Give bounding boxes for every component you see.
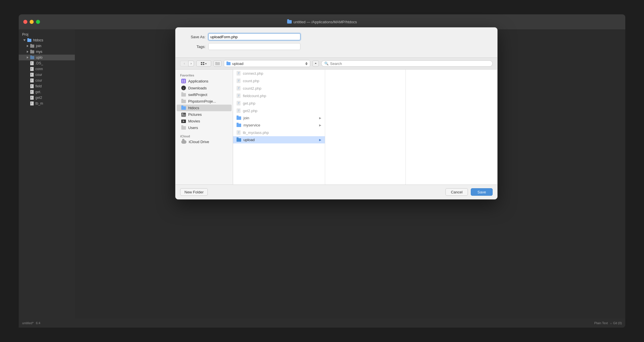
file-icon	[30, 90, 34, 94]
file-row-count[interactable]: count.php	[233, 77, 325, 84]
close-button[interactable]	[23, 20, 27, 24]
file-row-get2[interactable]: get2.php	[233, 107, 325, 114]
icloud-drive-label: iCloud Drive	[189, 140, 209, 144]
svg-rect-4	[182, 80, 183, 81]
file-icon	[30, 96, 34, 100]
sidebar-item-downloads[interactable]: Downloads	[177, 84, 232, 91]
column-2-empty	[325, 70, 405, 185]
php-file-icon	[237, 93, 241, 98]
swiftproject-label: swiftProject	[188, 93, 207, 97]
location-text: upload	[232, 62, 304, 66]
save-as-input[interactable]	[208, 33, 300, 40]
phpstorm-folder-icon	[181, 100, 186, 103]
sidebar-item-pictures[interactable]: Pictures	[177, 111, 232, 118]
tags-row: Tags:	[182, 43, 490, 50]
php-file-icon	[237, 71, 241, 76]
svg-rect-0	[201, 62, 202, 63]
filename: get.php	[243, 101, 255, 105]
sidebar-item-users[interactable]: Users	[177, 124, 232, 131]
tags-label: Tags:	[182, 45, 205, 49]
save-dialog: Save As: Tags: ‹ ›	[175, 27, 498, 199]
traffic-lights	[23, 20, 40, 24]
file-icon	[30, 101, 34, 105]
minimize-button[interactable]	[30, 20, 34, 24]
file-row-connect[interactable]: connect.php	[233, 70, 325, 77]
sidebar-item-swiftproject[interactable]: swiftProject	[177, 91, 232, 98]
location-selector[interactable]: upload	[224, 60, 310, 67]
file-row-upload[interactable]: upload ▶	[233, 136, 325, 143]
triangle-right-icon	[27, 56, 28, 59]
view-toggle-button[interactable]: ▾	[196, 60, 211, 67]
phpstorm-label: PhpstormProje...	[188, 99, 216, 103]
filename: upload	[243, 138, 255, 142]
sidebar-item-applications[interactable]: Applications	[177, 78, 232, 84]
file-row-get[interactable]: get.php	[233, 99, 325, 107]
file-row-count2[interactable]: count2.php	[233, 84, 325, 92]
back-button[interactable]: ‹	[180, 61, 188, 66]
file-row-join[interactable]: join ▶	[233, 114, 325, 122]
php-file-icon	[237, 130, 241, 135]
tags-input[interactable]	[208, 43, 300, 50]
chevron-up-icon	[305, 62, 308, 64]
file-icon	[30, 73, 34, 77]
footer-buttons: Cancel Save	[445, 188, 493, 196]
sidebar-item-htdocs[interactable]: htdocs	[177, 105, 232, 111]
folder-icon	[30, 50, 34, 53]
new-folder-button[interactable]: New Folder	[180, 188, 208, 196]
filename: get2.php	[243, 109, 258, 113]
file-row-tbmyclass[interactable]: tb_myclass.php	[233, 129, 325, 136]
file-icon	[30, 61, 34, 65]
triangle-down-icon	[23, 39, 26, 41]
svg-rect-7	[184, 81, 185, 82]
search-icon: 🔍	[324, 62, 329, 66]
filename: fieldcount.php	[243, 94, 266, 98]
sidebar-item-phpstorm[interactable]: PhpstormProje...	[177, 98, 232, 105]
file-row-myservice[interactable]: myservice ▶	[233, 122, 325, 129]
dialog-header: Save As: Tags:	[176, 28, 497, 57]
new-folder-toolbar-button[interactable]	[214, 60, 222, 67]
downloads-icon	[181, 86, 186, 90]
filename: tb_myclass.php	[243, 130, 269, 135]
file-icon	[30, 78, 34, 82]
location-folder-icon	[226, 62, 230, 65]
sidebar-item-icloud-drive[interactable]: iCloud Drive	[177, 139, 232, 145]
apps-grid-icon	[182, 80, 185, 82]
filename: join	[243, 116, 249, 120]
movies-icon	[181, 120, 186, 123]
filename: count.php	[243, 79, 259, 83]
file-icon	[30, 84, 34, 88]
view-grid-icon	[201, 62, 204, 65]
dialog-overlay: Save As: Tags: ‹ ›	[52, 22, 621, 326]
svg-rect-2	[201, 64, 202, 65]
pictures-icon	[181, 113, 186, 117]
favorites-label: Favorites	[176, 72, 233, 78]
svg-rect-5	[184, 80, 185, 81]
sidebar-item-movies[interactable]: Movies	[177, 118, 232, 124]
applications-label: Applications	[188, 79, 208, 83]
file-list-column: connect.php count.php count2.php fieldco…	[233, 70, 325, 185]
cancel-button[interactable]: Cancel	[445, 188, 468, 196]
nav-buttons: ‹ ›	[180, 61, 194, 66]
chevron-right-icon: ▶	[319, 138, 321, 141]
htdocs-folder-icon	[181, 106, 186, 110]
location-arrows	[305, 62, 308, 65]
pictures-label: Pictures	[188, 112, 202, 117]
folder-icon	[237, 124, 241, 127]
expand-button[interactable]	[313, 60, 319, 67]
folder-selected-icon	[237, 138, 241, 142]
dialog-content: Favorites Applications D	[176, 70, 497, 185]
php-file-icon	[237, 101, 241, 105]
file-row-fieldcount[interactable]: fieldcount.php	[233, 92, 325, 99]
save-button[interactable]: Save	[471, 188, 493, 196]
chevron-right-icon: ▶	[319, 124, 321, 127]
forward-button[interactable]: ›	[188, 61, 194, 66]
maximize-button[interactable]	[36, 20, 40, 24]
triangle-right-icon	[27, 51, 28, 53]
chevron-down-icon	[305, 64, 308, 65]
dialog-footer: New Folder Cancel Save	[176, 185, 497, 199]
column-3-empty	[405, 70, 498, 185]
folder-icon	[30, 56, 34, 59]
folder-icon	[237, 116, 241, 120]
swift-folder-icon	[181, 93, 186, 97]
search-input[interactable]	[330, 62, 489, 66]
